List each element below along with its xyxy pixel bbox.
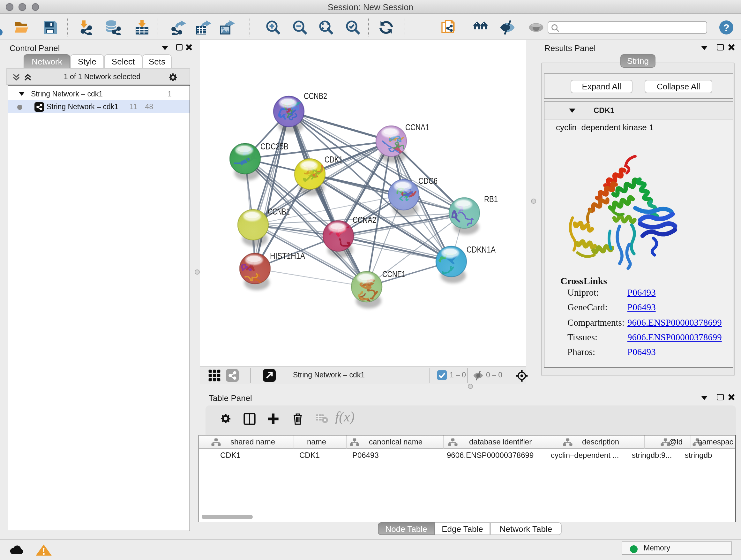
svg-text:CCNA1: CCNA1 [405, 123, 429, 132]
svg-text:CDC6: CDC6 [418, 176, 437, 186]
svg-text:CCNB1: CCNB1 [267, 207, 289, 216]
svg-text:?: ? [723, 22, 729, 33]
svg-text:CDK1: CDK1 [324, 155, 342, 165]
svg-text:RB1: RB1 [484, 194, 497, 204]
svg-text:CDKN1A: CDKN1A [466, 245, 495, 254]
svg-text:CCNB2: CCNB2 [304, 91, 327, 101]
svg-text:CCNE1: CCNE1 [382, 269, 405, 279]
svg-text:CCNA2: CCNA2 [352, 215, 376, 225]
svg-text:HIST1H1A: HIST1H1A [270, 251, 305, 261]
svg-text:CDC25B: CDC25B [260, 142, 288, 151]
